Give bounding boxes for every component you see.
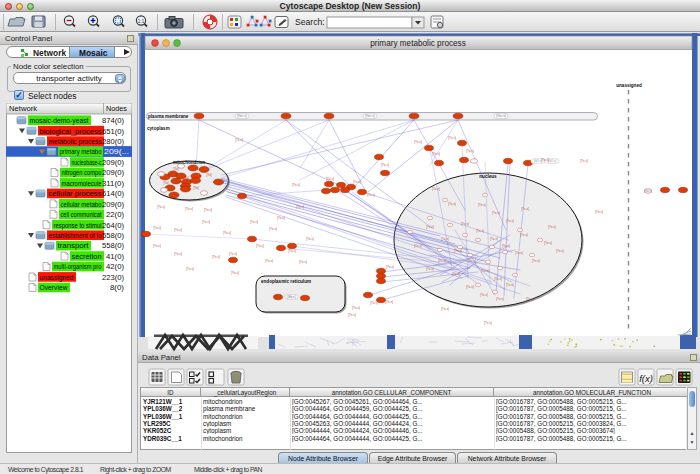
- svg-text:[Yx-s]: [Yx-s]: [526, 297, 534, 301]
- svg-text:[Yx-s]: [Yx-s]: [235, 138, 243, 142]
- svg-text:[Yx-s]: [Yx-s]: [265, 259, 273, 263]
- svg-text:primary metabolic process: primary metabolic process: [370, 39, 466, 48]
- svg-text:[Yx]: [Yx]: [193, 186, 198, 190]
- svg-text:[Yx-s]: [Yx-s]: [296, 205, 304, 209]
- svg-text:[Yx-s]: [Yx-s]: [461, 222, 469, 226]
- svg-text:[Yx-s]: [Yx-s]: [448, 136, 456, 140]
- svg-text:[Yx-s]: [Yx-s]: [174, 252, 182, 256]
- svg-text:secretion: secretion: [72, 252, 102, 261]
- svg-text:[Yx-s]: [Yx-s]: [438, 259, 446, 263]
- svg-text:[Yx-s]: [Yx-s]: [441, 237, 449, 241]
- svg-text:[Yx-s]: [Yx-s]: [532, 259, 540, 263]
- svg-text:[Yx-s]: [Yx-s]: [481, 269, 489, 273]
- svg-text:cell communicat: cell communicat: [61, 210, 102, 219]
- svg-text:[Go::s]: [Go::s]: [496, 114, 506, 118]
- svg-text:[Yx-s]: [Yx-s]: [426, 225, 434, 229]
- svg-text:[Yx-s]: [Yx-s]: [352, 306, 360, 310]
- svg-text:[Yx-s]: [Yx-s]: [212, 255, 220, 259]
- svg-text:unassigned: unassigned: [40, 273, 74, 282]
- svg-text:primary metabo: primary metabo: [60, 147, 102, 156]
- svg-text:[Yx-s]: [Yx-s]: [414, 244, 422, 248]
- svg-text:[Yx-s]: [Yx-s]: [496, 297, 504, 301]
- svg-text:8(0): 8(0): [110, 283, 124, 292]
- svg-text:[Yx-s]: [Yx-s]: [556, 249, 564, 253]
- svg-text:[Yx]: [Yx]: [173, 167, 178, 171]
- svg-text:nitrogen compo: nitrogen compo: [62, 168, 102, 177]
- svg-text:[Yx-s]: [Yx-s]: [478, 203, 486, 207]
- svg-text:[Yx-s]: [Yx-s]: [269, 227, 277, 231]
- svg-text:[Yx-s]: [Yx-s]: [502, 244, 510, 248]
- svg-text:[Yx-s]: [Yx-s]: [353, 180, 361, 184]
- svg-text:874(0): 874(0): [102, 116, 124, 125]
- svg-text:[Yx-s]: [Yx-s]: [580, 159, 588, 163]
- svg-text:[Yx-s]: [Yx-s]: [414, 140, 422, 144]
- svg-text:[Yx-s]: [Yx-s]: [454, 249, 462, 253]
- svg-text:unassigned: unassigned: [616, 83, 642, 88]
- svg-text:[Yx-s]: [Yx-s]: [492, 211, 500, 215]
- svg-text:209(0): 209(0): [102, 168, 124, 177]
- svg-text:cellular metabo: cellular metabo: [61, 200, 102, 209]
- svg-text:[Yx-s]: [Yx-s]: [299, 260, 307, 264]
- svg-text:[Yx-s]: [Yx-s]: [448, 202, 456, 206]
- svg-text:[Yx-s]: [Yx-s]: [292, 183, 300, 187]
- svg-text:[Go::s]: [Go::s]: [365, 114, 375, 118]
- svg-text:cellular process: cellular process: [49, 189, 102, 198]
- svg-text:metabolic process: metabolic process: [49, 137, 102, 146]
- svg-text:558(0): 558(0): [102, 231, 124, 240]
- svg-text:[GO:s]: [GO:s]: [548, 159, 557, 163]
- svg-text:[Yx-s]: [Yx-s]: [490, 237, 498, 241]
- svg-text:[Yx-s]: [Yx-s]: [223, 231, 231, 235]
- svg-text:[Yx-s]: [Yx-s]: [256, 244, 264, 248]
- svg-text:[Yx-s]: [Yx-s]: [153, 226, 161, 230]
- svg-text:cytoplasm: cytoplasm: [147, 126, 170, 131]
- svg-text:1:1: 1:1: [138, 19, 145, 24]
- svg-text:[Yx-s]: [Yx-s]: [494, 277, 502, 281]
- svg-text:[Yx-s]: [Yx-s]: [367, 193, 375, 197]
- svg-text:[Yx-s]: [Yx-s]: [541, 158, 549, 162]
- svg-text:[Yx-s]: [Yx-s]: [544, 241, 552, 245]
- svg-text:[Yx-s]: [Yx-s]: [506, 283, 514, 287]
- svg-text:[Yx-s]: [Yx-s]: [385, 300, 393, 304]
- svg-text:[Yx-s]: [Yx-s]: [250, 220, 258, 224]
- svg-text:mitochondrion: mitochondrion: [173, 160, 205, 165]
- svg-text:[Yx-s]: [Yx-s]: [185, 207, 193, 211]
- svg-text:[Yx-s]: [Yx-s]: [548, 225, 556, 229]
- svg-text:[Yx-s]: [Yx-s]: [229, 252, 237, 256]
- svg-text:[Yx-s]: [Yx-s]: [480, 293, 488, 297]
- svg-text:209(0): 209(0): [102, 158, 124, 167]
- svg-text:[Yx-s]: [Yx-s]: [506, 219, 514, 223]
- svg-text:Network: Network: [9, 104, 37, 113]
- svg-text:Nodes: Nodes: [106, 104, 127, 113]
- svg-text:transport: transport: [58, 241, 89, 250]
- svg-text:[Gx:s]: [Gx:s]: [644, 189, 652, 193]
- svg-text:[Yx-s]: [Yx-s]: [466, 149, 474, 153]
- svg-text:[Yx-s]: [Yx-s]: [426, 267, 434, 271]
- svg-text:614(0): 614(0): [102, 189, 124, 198]
- svg-text:biological_process: biological_process: [40, 127, 102, 136]
- svg-text:[Yx-s]: [Yx-s]: [515, 251, 523, 255]
- svg-text:[Yx-s]: [Yx-s]: [288, 249, 296, 253]
- svg-text:[Yx-s]: [Yx-s]: [202, 220, 210, 224]
- svg-text:[Yx-s]: [Yx-s]: [432, 152, 440, 156]
- svg-text:[Yx-s]: [Yx-s]: [466, 285, 474, 289]
- svg-text:[Yx-s]: [Yx-s]: [484, 321, 492, 325]
- svg-text:mosaic-demo-yeast: mosaic-demo-yeast: [30, 116, 89, 125]
- svg-text:264(0): 264(0): [102, 221, 124, 230]
- svg-text:[Yx-s]: [Yx-s]: [153, 244, 161, 248]
- svg-text:multi-organism pro: multi-organism pro: [54, 262, 102, 271]
- svg-text:[Yx-s]: [Yx-s]: [432, 187, 440, 191]
- svg-text:[Yx-s]: [Yx-s]: [306, 237, 314, 241]
- svg-text:[Mxx:]: [Mxx:]: [287, 295, 296, 299]
- svg-text:209(...: 209(...: [104, 147, 129, 156]
- svg-text:[Yx-s]: [Yx-s]: [370, 301, 378, 305]
- svg-text:[Yx-s]: [Yx-s]: [386, 265, 394, 269]
- svg-text:311(0): 311(0): [102, 179, 124, 188]
- svg-text:endoplasmic reticulum: endoplasmic reticulum: [261, 279, 311, 284]
- svg-text:plasma membrane: plasma membrane: [148, 114, 189, 119]
- svg-text:[Yx-s]: [Yx-s]: [326, 177, 334, 181]
- svg-text:[Yx-s]: [Yx-s]: [468, 259, 476, 263]
- svg-text:223(0): 223(0): [102, 273, 124, 282]
- svg-text:558(0): 558(0): [102, 241, 124, 250]
- svg-text:280(0): 280(0): [102, 137, 124, 146]
- svg-text:[Yx-s]: [Yx-s]: [441, 307, 449, 311]
